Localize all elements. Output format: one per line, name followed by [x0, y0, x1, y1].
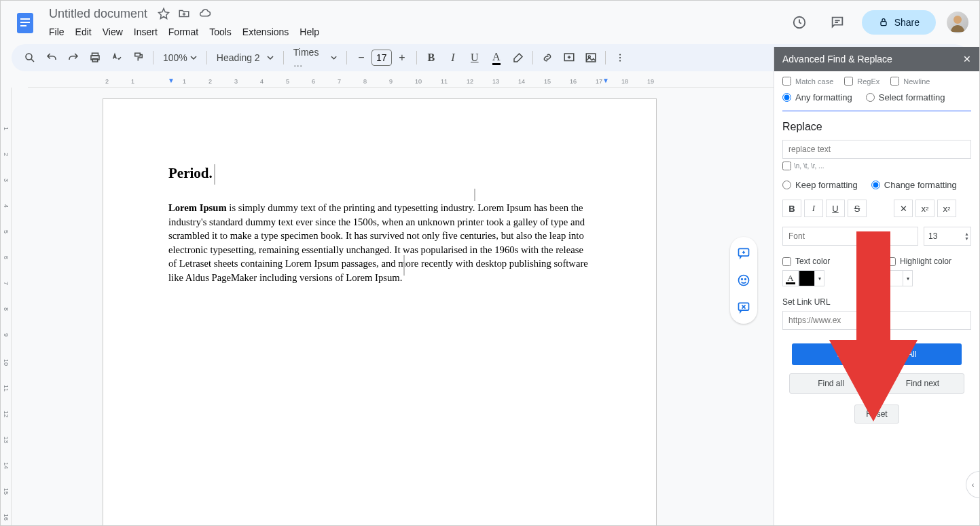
decrease-font-icon[interactable]: −	[351, 48, 371, 68]
user-avatar[interactable]	[947, 12, 968, 33]
replace-input[interactable]	[782, 140, 971, 159]
menu-extensions[interactable]: Extensions	[238, 24, 293, 40]
star-icon[interactable]	[158, 7, 170, 20]
underline-icon[interactable]: U	[465, 48, 485, 68]
side-action-bubbles	[730, 237, 757, 324]
more-icon[interactable]	[610, 48, 630, 68]
add-comment-icon[interactable]	[559, 48, 579, 68]
svg-rect-3	[20, 25, 26, 26]
text-color-swatch[interactable]	[799, 270, 815, 286]
font-dropdown[interactable]: Times …	[288, 48, 342, 68]
vertical-ruler[interactable]: 12345678910111213141516	[1, 88, 12, 525]
subscript-toggle[interactable]: x2	[915, 200, 934, 217]
collab-cursor	[474, 189, 475, 201]
link-url-input[interactable]	[782, 311, 971, 330]
print-icon[interactable]	[85, 48, 105, 68]
share-button[interactable]: Share	[862, 10, 936, 35]
document-title[interactable]: Untitled document	[44, 5, 152, 22]
highlight-color-checkbox[interactable]: Highlight color	[887, 257, 971, 266]
menu-help[interactable]: Help	[295, 24, 324, 40]
any-formatting-radio[interactable]: Any formatting	[782, 92, 852, 102]
add-comment-bubble-icon[interactable]	[733, 242, 755, 264]
menu-file[interactable]: File	[44, 24, 69, 40]
menu-bar: File Edit View Insert Format Tools Exten…	[44, 24, 786, 40]
svg-rect-4	[881, 22, 886, 26]
text-color-a[interactable]: A	[782, 270, 799, 286]
docs-logo[interactable]	[12, 9, 39, 36]
font-size-input[interactable]	[371, 50, 392, 66]
divider	[782, 111, 971, 111]
replace-section-title: Replace	[782, 121, 971, 133]
italic-icon[interactable]: I	[443, 48, 463, 68]
svg-rect-1	[20, 18, 30, 20]
svg-rect-10	[135, 53, 141, 56]
redo-icon[interactable]	[63, 48, 84, 68]
underline-toggle[interactable]: U	[826, 200, 845, 217]
menu-tools[interactable]: Tools	[204, 24, 236, 40]
paint-format-icon[interactable]	[128, 48, 149, 68]
svg-point-16	[619, 60, 621, 61]
app-header: Untitled document File Edit View Insert …	[1, 1, 979, 44]
newline-checkbox[interactable]: Newline	[890, 77, 930, 86]
find-replace-panel: Advanced Find & Replace ✕ Match case Reg…	[774, 47, 979, 525]
superscript-toggle[interactable]: x2	[937, 200, 956, 217]
spellcheck-icon[interactable]	[107, 48, 127, 68]
find-all-button[interactable]: Find all	[789, 373, 873, 394]
regex-checkbox[interactable]: RegEx	[844, 77, 879, 86]
clear-format-toggle[interactable]: ✕	[894, 200, 913, 217]
move-icon[interactable]	[178, 7, 190, 20]
increase-font-icon[interactable]: +	[392, 48, 412, 68]
bold-icon[interactable]: B	[421, 48, 441, 68]
highlight-dropdown[interactable]: ▾	[903, 270, 913, 286]
suggest-edit-icon[interactable]	[733, 297, 755, 318]
bold-toggle[interactable]: B	[782, 200, 801, 217]
font-select[interactable]	[782, 227, 918, 246]
comments-icon[interactable]	[824, 9, 851, 36]
paragraph-style-dropdown[interactable]: Heading 2	[211, 48, 279, 68]
cloud-icon[interactable]	[198, 7, 212, 20]
menu-edit[interactable]: Edit	[71, 24, 96, 40]
escape-checkbox[interactable]	[782, 162, 791, 170]
menu-insert[interactable]: Insert	[129, 24, 162, 40]
strikethrough-toggle[interactable]: S	[848, 200, 867, 217]
panel-header: Advanced Find & Replace ✕	[774, 47, 979, 71]
text-color-dropdown[interactable]: ▾	[815, 270, 824, 286]
search-icon[interactable]	[20, 48, 40, 68]
select-formatting-radio[interactable]: Select formatting	[866, 92, 945, 102]
text-color-icon[interactable]: A	[486, 48, 507, 68]
insert-image-icon[interactable]	[581, 48, 601, 68]
emoji-reaction-icon[interactable]	[733, 269, 755, 291]
reset-button[interactable]: Reset	[854, 405, 899, 424]
highlight-icon[interactable]	[508, 48, 528, 68]
zoom-dropdown[interactable]: 100%	[158, 48, 202, 68]
body-paragraph[interactable]: Lorem Ipsum is simply dummy text of the …	[168, 201, 591, 284]
svg-rect-2	[20, 22, 30, 23]
history-icon[interactable]	[786, 9, 813, 36]
svg-point-5	[954, 16, 962, 24]
page-surface[interactable]: Period. Lorem Ipsum is simply dummy text…	[28, 88, 774, 525]
svg-rect-12	[586, 54, 596, 62]
close-icon[interactable]: ✕	[963, 54, 971, 64]
italic-toggle[interactable]: I	[804, 200, 823, 217]
menu-view[interactable]: View	[98, 24, 128, 40]
svg-point-23	[745, 279, 746, 280]
undo-icon[interactable]	[41, 48, 62, 68]
change-formatting-radio[interactable]: Change formatting	[871, 180, 957, 190]
find-next-button[interactable]: Find next	[881, 373, 964, 394]
font-size-select[interactable]: 13 ▲▼	[924, 227, 971, 246]
menu-format[interactable]: Format	[164, 24, 203, 40]
replace-selected-all-button[interactable]: Replace Selected / All	[792, 343, 962, 365]
highlight-swatch[interactable]	[887, 270, 903, 286]
font-size-control: − +	[351, 48, 412, 68]
keep-formatting-radio[interactable]: Keep formatting	[782, 180, 858, 190]
heading-text[interactable]: Period.	[168, 164, 591, 185]
horizontal-ruler[interactable]: 2112345678910111213141516171819▼▼	[28, 77, 774, 88]
body-text: is simply dummy text of the printing and…	[168, 202, 588, 283]
document-page[interactable]: Period. Lorem Ipsum is simply dummy text…	[103, 98, 657, 525]
text-color-checkbox[interactable]: Text color	[782, 257, 867, 266]
match-case-checkbox[interactable]: Match case	[782, 77, 833, 86]
link-icon[interactable]	[537, 48, 558, 68]
bold-text: Lorem Ipsum	[168, 202, 227, 213]
title-area: Untitled document File Edit View Insert …	[44, 5, 786, 40]
panel-title: Advanced Find & Replace	[782, 54, 892, 64]
